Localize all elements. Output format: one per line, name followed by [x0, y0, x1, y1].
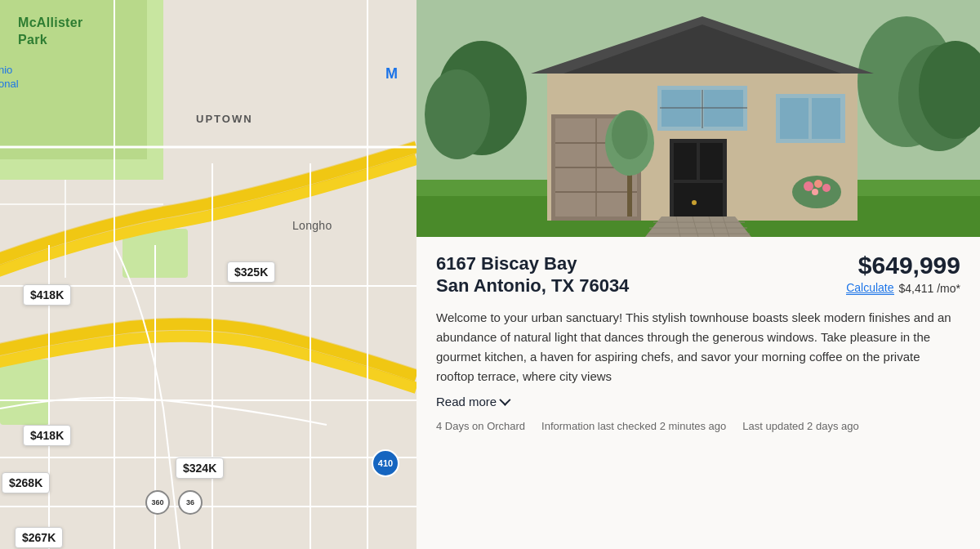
interstate-410-badge: 410 — [372, 449, 399, 477]
map-park-label: McAllisterPark — [18, 15, 82, 49]
map-city-label: nio — [0, 64, 12, 76]
listing-panel: 6167 Biscay Bay San Antonio, TX 76034 $6… — [416, 0, 980, 549]
svg-rect-4 — [0, 359, 49, 425]
svg-point-60 — [804, 181, 813, 191]
info-last-checked: Information last checked 2 minutes ago — [541, 420, 726, 432]
map-m-label: M — [385, 65, 398, 83]
monthly-payment: $4,411 /mo* — [899, 282, 961, 295]
listing-meta-row: 4 Days on Orchard Information last check… — [436, 420, 960, 432]
last-updated: Last updated 2 days ago — [742, 420, 858, 432]
listing-description: Welcome to your urban sanctuary! This st… — [436, 308, 960, 386]
price-badge-267k[interactable]: $267K — [15, 527, 63, 548]
chevron-down-icon — [500, 395, 511, 406]
price-badge-325k[interactable]: $325K — [227, 261, 275, 283]
svg-rect-47 — [812, 98, 840, 139]
street-address: 6167 Biscay Bay — [436, 253, 629, 274]
city-state-zip: San Antonio, TX 76034 — [436, 274, 629, 298]
map-panel: McAllisterPark UPTOWN Longho M nio onal … — [0, 0, 416, 549]
days-on-market: 4 Days on Orchard — [436, 420, 525, 432]
read-more-button[interactable]: Read more — [436, 395, 508, 408]
price-badge-418k-2[interactable]: $418K — [23, 425, 71, 446]
address-block: 6167 Biscay Bay San Antonio, TX 76034 — [436, 253, 629, 298]
svg-point-39 — [692, 200, 697, 205]
price-badge-324k[interactable]: $324K — [176, 458, 224, 479]
svg-point-61 — [814, 180, 822, 188]
map-national-label: onal — [0, 78, 19, 90]
listing-price: $649,999 — [846, 253, 960, 278]
price-badge-418k-1[interactable]: $418K — [23, 284, 71, 306]
route-36-badge: 36 — [178, 490, 203, 515]
svg-rect-46 — [780, 98, 808, 139]
read-more-label: Read more — [436, 395, 497, 408]
svg-rect-37 — [700, 143, 723, 180]
svg-rect-36 — [674, 143, 697, 180]
price-block: $649,999 Calculate $4,411 /mo* — [846, 253, 960, 295]
map-longhorn-label: Longho — [292, 219, 332, 232]
svg-point-63 — [812, 189, 818, 195]
property-details: 6167 Biscay Bay San Antonio, TX 76034 $6… — [416, 237, 980, 549]
map-uptown-label: UPTOWN — [196, 113, 253, 125]
address-price-row: 6167 Biscay Bay San Antonio, TX 76034 $6… — [436, 253, 960, 298]
calculate-link[interactable]: Calculate — [846, 281, 893, 295]
route-360-badge: 360 — [145, 490, 170, 515]
svg-point-62 — [822, 184, 831, 192]
svg-point-58 — [612, 110, 648, 159]
property-image — [416, 0, 980, 237]
svg-rect-38 — [674, 183, 723, 217]
mortgage-row: Calculate $4,411 /mo* — [846, 281, 960, 295]
read-more-row: Read more — [436, 395, 960, 408]
price-badge-268k[interactable]: $268K — [2, 472, 50, 493]
svg-point-20 — [425, 69, 490, 159]
